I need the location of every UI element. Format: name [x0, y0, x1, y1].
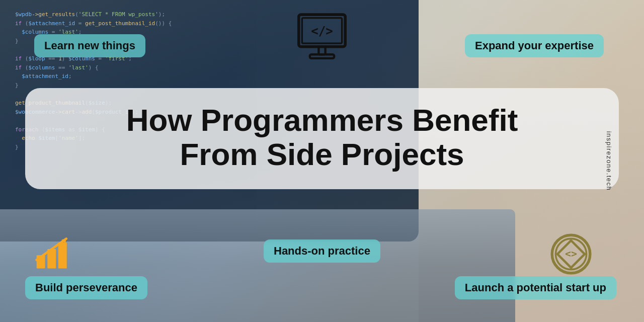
code-diamond-icon: <> [548, 231, 594, 277]
growth-icon [34, 234, 72, 272]
tag-learn: Learn new things [34, 34, 145, 57]
title-line1: How Programmers Benefit [50, 103, 594, 137]
svg-text:<>: <> [565, 248, 577, 260]
tag-build: Build perseverance [25, 276, 147, 299]
svg-rect-7 [58, 243, 67, 269]
monitor-icon: </> [294, 9, 350, 64]
svg-text:</>: </> [311, 24, 333, 38]
tag-launch: Launch a potential start up [455, 276, 616, 299]
svg-rect-4 [310, 54, 334, 58]
site-domain: inspirezone.tech [605, 131, 613, 191]
tag-hands: Hands-on practice [264, 239, 380, 263]
tag-expand: Expand your expertise [465, 34, 604, 57]
keyboard-area [0, 209, 515, 322]
title-card: How Programmers Benefit From Side Projec… [25, 88, 619, 189]
title-line2: From Side Projects [50, 137, 594, 172]
